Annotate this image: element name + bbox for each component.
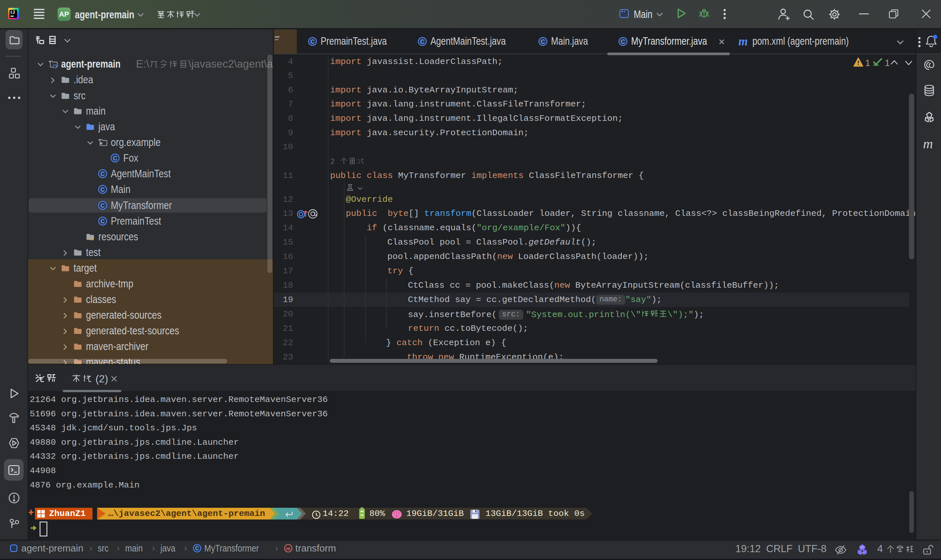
svg-text:C: C [541,38,545,45]
svg-text:C: C [113,155,117,162]
svg-text:C: C [420,38,424,45]
svg-text:C: C [621,38,625,45]
svg-text:C: C [101,171,105,177]
svg-text:C: C [101,186,105,193]
svg-text:C: C [101,202,105,209]
svg-text:C: C [310,38,315,45]
svg-text:m: m [286,546,290,551]
svg-text:C: C [195,545,199,552]
svg-text:C: C [101,218,105,225]
